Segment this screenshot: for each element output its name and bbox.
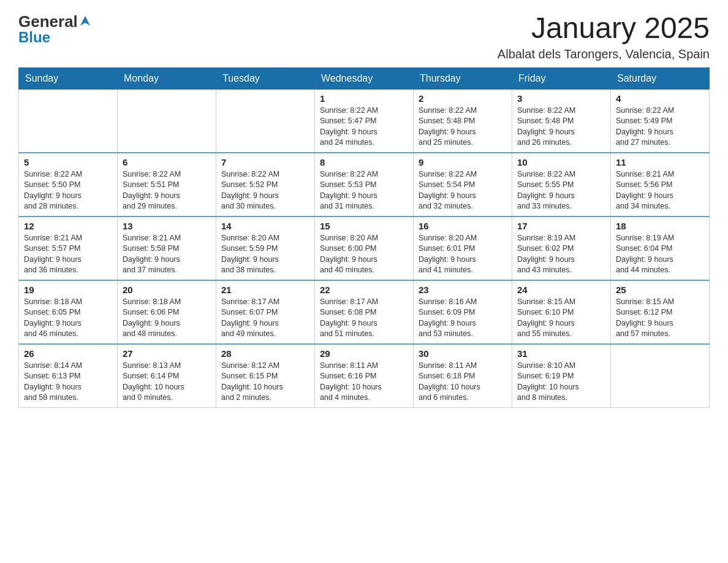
- calendar-day-cell: 12Sunrise: 8:21 AM Sunset: 5:57 PM Dayli…: [19, 216, 118, 280]
- calendar-day-cell: 1Sunrise: 8:22 AM Sunset: 5:47 PM Daylig…: [315, 89, 414, 153]
- calendar-day-header: Saturday: [611, 67, 710, 89]
- calendar-day-cell: 29Sunrise: 8:11 AM Sunset: 6:16 PM Dayli…: [315, 344, 414, 408]
- day-info: Sunrise: 8:17 AM Sunset: 6:07 PM Dayligh…: [221, 297, 279, 339]
- day-info: Sunrise: 8:17 AM Sunset: 6:08 PM Dayligh…: [320, 297, 378, 339]
- day-info: Sunrise: 8:14 AM Sunset: 6:13 PM Dayligh…: [24, 361, 82, 402]
- calendar-day-cell: [216, 89, 315, 153]
- logo-chevron-icon: [79, 15, 91, 29]
- calendar-day-cell: 4Sunrise: 8:22 AM Sunset: 5:49 PM Daylig…: [611, 89, 710, 153]
- day-number: 12: [24, 221, 112, 231]
- logo: General Blue: [18, 12, 92, 46]
- day-number: 24: [517, 285, 605, 295]
- day-info: Sunrise: 8:22 AM Sunset: 5:54 PM Dayligh…: [419, 170, 477, 211]
- day-number: 21: [221, 285, 309, 295]
- day-number: 11: [616, 157, 704, 167]
- day-info: Sunrise: 8:11 AM Sunset: 6:16 PM Dayligh…: [320, 361, 382, 402]
- calendar-day-header: Tuesday: [216, 67, 315, 89]
- day-info: Sunrise: 8:13 AM Sunset: 6:14 PM Dayligh…: [123, 361, 184, 402]
- day-number: 15: [320, 221, 408, 231]
- day-number: 27: [123, 348, 211, 359]
- day-info: Sunrise: 8:22 AM Sunset: 5:52 PM Dayligh…: [221, 170, 279, 211]
- calendar-day-cell: 21Sunrise: 8:17 AM Sunset: 6:07 PM Dayli…: [216, 280, 315, 344]
- day-number: 2: [419, 93, 507, 104]
- page-header: General Blue January 2025 Albalat dels T…: [18, 12, 710, 61]
- day-info: Sunrise: 8:22 AM Sunset: 5:51 PM Dayligh…: [123, 170, 181, 211]
- day-number: 6: [123, 157, 211, 167]
- day-number: 1: [320, 93, 408, 104]
- day-info: Sunrise: 8:20 AM Sunset: 6:00 PM Dayligh…: [320, 234, 378, 275]
- day-info: Sunrise: 8:22 AM Sunset: 5:50 PM Dayligh…: [24, 170, 82, 211]
- calendar-day-header: Sunday: [19, 67, 118, 89]
- calendar-day-header: Thursday: [414, 67, 512, 89]
- day-number: 25: [616, 285, 704, 295]
- day-number: 9: [419, 157, 507, 167]
- calendar-header-row: SundayMondayTuesdayWednesdayThursdayFrid…: [19, 67, 710, 89]
- calendar-day-cell: 11Sunrise: 8:21 AM Sunset: 5:56 PM Dayli…: [611, 153, 710, 216]
- day-info: Sunrise: 8:20 AM Sunset: 5:59 PM Dayligh…: [221, 234, 279, 275]
- calendar-day-cell: 13Sunrise: 8:21 AM Sunset: 5:58 PM Dayli…: [118, 216, 216, 280]
- day-number: 20: [123, 285, 211, 295]
- calendar-day-cell: 23Sunrise: 8:16 AM Sunset: 6:09 PM Dayli…: [414, 280, 512, 344]
- calendar-day-cell: 22Sunrise: 8:17 AM Sunset: 6:08 PM Dayli…: [315, 280, 414, 344]
- day-info: Sunrise: 8:20 AM Sunset: 6:01 PM Dayligh…: [419, 234, 477, 275]
- calendar-day-cell: [19, 89, 118, 153]
- main-title: January 2025: [498, 12, 710, 45]
- day-info: Sunrise: 8:15 AM Sunset: 6:12 PM Dayligh…: [616, 297, 674, 339]
- day-number: 18: [616, 221, 704, 231]
- day-number: 5: [24, 157, 112, 167]
- calendar-day-cell: 6Sunrise: 8:22 AM Sunset: 5:51 PM Daylig…: [118, 153, 216, 216]
- calendar-day-cell: 30Sunrise: 8:11 AM Sunset: 6:18 PM Dayli…: [414, 344, 512, 408]
- day-number: 16: [419, 221, 507, 231]
- calendar-day-header: Wednesday: [315, 67, 414, 89]
- day-info: Sunrise: 8:10 AM Sunset: 6:19 PM Dayligh…: [517, 361, 579, 402]
- calendar-day-cell: 25Sunrise: 8:15 AM Sunset: 6:12 PM Dayli…: [611, 280, 710, 344]
- day-number: 4: [616, 93, 704, 104]
- calendar-day-cell: 17Sunrise: 8:19 AM Sunset: 6:02 PM Dayli…: [512, 216, 611, 280]
- day-info: Sunrise: 8:19 AM Sunset: 6:02 PM Dayligh…: [517, 234, 575, 275]
- day-number: 14: [221, 221, 309, 231]
- calendar-day-header: Friday: [512, 67, 611, 89]
- calendar-day-cell: 20Sunrise: 8:18 AM Sunset: 6:06 PM Dayli…: [118, 280, 216, 344]
- calendar-day-cell: 14Sunrise: 8:20 AM Sunset: 5:59 PM Dayli…: [216, 216, 315, 280]
- calendar-day-cell: 2Sunrise: 8:22 AM Sunset: 5:48 PM Daylig…: [414, 89, 512, 153]
- day-info: Sunrise: 8:21 AM Sunset: 5:57 PM Dayligh…: [24, 234, 82, 275]
- day-number: 17: [517, 221, 605, 231]
- calendar-day-cell: 3Sunrise: 8:22 AM Sunset: 5:48 PM Daylig…: [512, 89, 611, 153]
- calendar-day-header: Monday: [118, 67, 216, 89]
- calendar-day-cell: 26Sunrise: 8:14 AM Sunset: 6:13 PM Dayli…: [19, 344, 118, 408]
- day-info: Sunrise: 8:22 AM Sunset: 5:47 PM Dayligh…: [320, 106, 378, 147]
- day-info: Sunrise: 8:22 AM Sunset: 5:48 PM Dayligh…: [517, 106, 575, 147]
- day-info: Sunrise: 8:22 AM Sunset: 5:49 PM Dayligh…: [616, 106, 674, 147]
- calendar-day-cell: 19Sunrise: 8:18 AM Sunset: 6:05 PM Dayli…: [19, 280, 118, 344]
- calendar-day-cell: 28Sunrise: 8:12 AM Sunset: 6:15 PM Dayli…: [216, 344, 315, 408]
- day-number: 3: [517, 93, 605, 104]
- calendar-week-row: 1Sunrise: 8:22 AM Sunset: 5:47 PM Daylig…: [19, 89, 710, 153]
- svg-marker-0: [80, 16, 90, 26]
- calendar-day-cell: 18Sunrise: 8:19 AM Sunset: 6:04 PM Dayli…: [611, 216, 710, 280]
- day-info: Sunrise: 8:18 AM Sunset: 6:06 PM Dayligh…: [123, 297, 181, 339]
- day-number: 13: [123, 221, 211, 231]
- day-number: 19: [24, 285, 112, 295]
- day-info: Sunrise: 8:16 AM Sunset: 6:09 PM Dayligh…: [419, 297, 477, 339]
- day-number: 8: [320, 157, 408, 167]
- day-number: 23: [419, 285, 507, 295]
- day-info: Sunrise: 8:15 AM Sunset: 6:10 PM Dayligh…: [517, 297, 575, 339]
- calendar-week-row: 26Sunrise: 8:14 AM Sunset: 6:13 PM Dayli…: [19, 344, 710, 408]
- day-info: Sunrise: 8:21 AM Sunset: 5:56 PM Dayligh…: [616, 170, 674, 211]
- day-number: 7: [221, 157, 309, 167]
- day-info: Sunrise: 8:11 AM Sunset: 6:18 PM Dayligh…: [419, 361, 480, 402]
- calendar-day-cell: [611, 344, 710, 408]
- calendar-day-cell: [118, 89, 216, 153]
- day-info: Sunrise: 8:12 AM Sunset: 6:15 PM Dayligh…: [221, 361, 283, 402]
- calendar-day-cell: 8Sunrise: 8:22 AM Sunset: 5:53 PM Daylig…: [315, 153, 414, 216]
- day-info: Sunrise: 8:22 AM Sunset: 5:48 PM Dayligh…: [419, 106, 477, 147]
- calendar-week-row: 5Sunrise: 8:22 AM Sunset: 5:50 PM Daylig…: [19, 153, 710, 216]
- calendar-day-cell: 5Sunrise: 8:22 AM Sunset: 5:50 PM Daylig…: [19, 153, 118, 216]
- calendar-day-cell: 15Sunrise: 8:20 AM Sunset: 6:00 PM Dayli…: [315, 216, 414, 280]
- day-info: Sunrise: 8:22 AM Sunset: 5:55 PM Dayligh…: [517, 170, 575, 211]
- calendar-day-cell: 24Sunrise: 8:15 AM Sunset: 6:10 PM Dayli…: [512, 280, 611, 344]
- day-number: 26: [24, 348, 112, 359]
- calendar-day-cell: 27Sunrise: 8:13 AM Sunset: 6:14 PM Dayli…: [118, 344, 216, 408]
- title-section: January 2025 Albalat dels Tarongers, Val…: [498, 12, 710, 61]
- day-info: Sunrise: 8:18 AM Sunset: 6:05 PM Dayligh…: [24, 297, 82, 339]
